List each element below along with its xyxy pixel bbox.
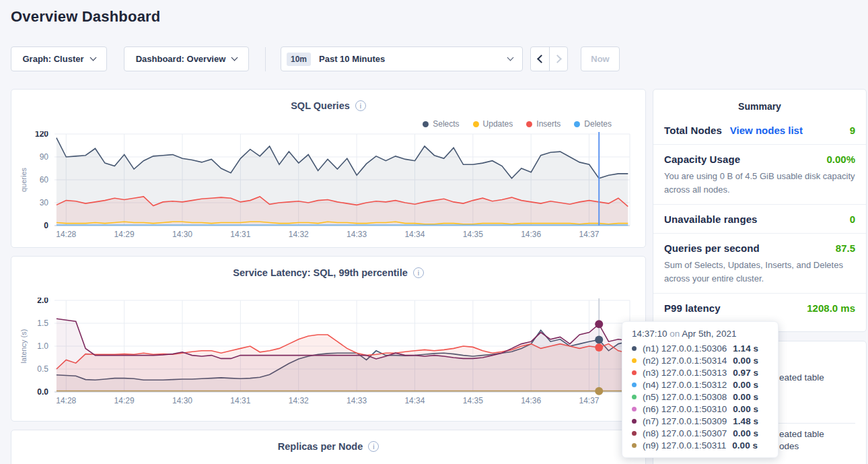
tooltip-node-row: (n8) 127.0.0.1:503070.00 s [632, 427, 768, 439]
service-latency-chart[interactable]: 0.00.51.01.52.014:2814:2914:3014:3114:32… [11, 298, 636, 411]
chart-hover-tooltip: 14:37:10 on Apr 5th, 2021 (n1) 127.0.0.1… [622, 321, 779, 458]
svg-text:14:36: 14:36 [521, 230, 541, 239]
tooltip-timestamp: 14:37:10 on Apr 5th, 2021 [632, 329, 768, 339]
svg-text:1.5: 1.5 [37, 319, 48, 328]
node-address: (n6) 127.0.0.1:50310 [643, 404, 727, 414]
svg-text:latency (s): latency (s) [20, 329, 28, 364]
legend-item-deletes[interactable]: Deletes [574, 119, 612, 129]
page-title: Overview Dashboard [11, 8, 160, 26]
svg-text:0.5: 0.5 [37, 364, 48, 374]
tooltip-node-row: (n9) 127.0.0.1:503110.00 s [632, 439, 768, 451]
tooltip-time: 14:37:10 [632, 329, 667, 339]
now-button-label: Now [591, 54, 609, 64]
p99-latency-label: P99 latency [664, 302, 721, 314]
node-latency-value: 0.00 s [733, 380, 758, 390]
dashboard-dropdown-label: Dashboard: Overview [136, 54, 226, 64]
info-icon[interactable]: i [355, 100, 366, 111]
unavailable-ranges-row: Unavailable ranges 0 [653, 204, 866, 233]
node-latency-value: 0.00 s [733, 428, 758, 438]
node-address: (n7) 127.0.0.1:50309 [643, 416, 727, 426]
tooltip-node-row: (n7) 127.0.0.1:503091.48 s [632, 415, 768, 427]
node-latency-value: 0.97 s [733, 368, 758, 378]
event-text-fragment: eated table [779, 372, 824, 383]
next-time-button[interactable] [549, 47, 567, 71]
unavailable-ranges-label: Unavailable ranges [664, 213, 758, 225]
info-icon[interactable]: i [413, 267, 424, 278]
node-address: (n9) 127.0.0.1:50311 [643, 440, 726, 451]
graph-dropdown[interactable]: Graph: Cluster [11, 46, 107, 71]
time-range-label: Past 10 Minutes [319, 54, 385, 64]
replicas-title-row: Replicas per Node i [11, 441, 645, 452]
chevron-left-icon [537, 55, 546, 63]
legend-dot-icon [473, 121, 479, 127]
legend-dot-icon [423, 121, 429, 127]
summary-title: Summary [653, 90, 866, 116]
previous-time-button[interactable] [531, 47, 549, 71]
time-range-picker[interactable]: 10m Past 10 Minutes [281, 46, 523, 71]
capacity-usage-label: Capacity Usage [664, 154, 740, 165]
chevron-down-icon [89, 55, 96, 61]
chevron-right-icon [553, 55, 562, 63]
svg-text:14:33: 14:33 [347, 396, 367, 405]
capacity-usage-row: Capacity Usage 0.00% You are using 0 B o… [653, 144, 866, 204]
node-latency-value: 0.00 s [733, 404, 758, 414]
svg-text:120: 120 [35, 131, 48, 139]
toolbar-divider [265, 47, 266, 71]
dashboard-dropdown[interactable]: Dashboard: Overview [124, 46, 249, 71]
chevron-down-icon [231, 55, 238, 61]
legend-item-selects[interactable]: Selects [423, 119, 459, 129]
svg-text:0.0: 0.0 [37, 387, 48, 397]
sql-legend: SelectsUpdatesInsertsDeletes [423, 119, 612, 129]
tooltip-node-row: (n4) 127.0.0.1:503120.00 s [632, 378, 768, 391]
queries-per-second-row: Queries per second 87.5 Sum of Selects, … [653, 233, 866, 293]
graph-dropdown-label: Graph: Cluster [22, 54, 83, 64]
legend-item-updates[interactable]: Updates [473, 119, 513, 129]
svg-text:14:30: 14:30 [172, 230, 192, 239]
node-address: (n1) 127.0.0.1:50306 [643, 343, 727, 354]
queries-per-second-label: Queries per second [664, 242, 760, 254]
view-nodes-list-link[interactable]: View nodes list [730, 125, 803, 136]
svg-text:14:28: 14:28 [56, 396, 76, 405]
legend-item-inserts[interactable]: Inserts [526, 119, 560, 129]
svg-text:14:32: 14:32 [289, 396, 309, 405]
service-latency-title: Service Latency: SQL, 99th percentile [233, 267, 408, 278]
node-latency-value: 1.14 s [733, 343, 758, 354]
node-latency-value: 0.00 s [733, 392, 758, 402]
now-button[interactable]: Now [581, 46, 620, 71]
svg-text:30: 30 [40, 198, 49, 207]
legend-label: Updates [483, 119, 513, 129]
node-color-dot-icon [632, 443, 637, 448]
tooltip-date: Apr 5th, 2021 [682, 329, 736, 339]
p99-latency-value: 1208.0 ms [807, 302, 855, 314]
total-nodes-value: 9 [850, 125, 855, 136]
event-text-fragment: eated table [779, 429, 824, 439]
tooltip-node-row: (n3) 127.0.0.1:503130.97 s [632, 366, 768, 378]
legend-label: Selects [433, 119, 459, 129]
node-address: (n3) 127.0.0.1:50313 [643, 368, 727, 378]
node-color-dot-icon [632, 383, 637, 387]
legend-dot-icon [526, 121, 532, 127]
node-color-dot-icon [632, 370, 637, 375]
total-nodes-row: Total Nodes View nodes list 9 [653, 116, 866, 144]
svg-text:14:35: 14:35 [463, 396, 483, 405]
time-range-badge: 10m [287, 53, 311, 66]
tooltip-node-row: (n1) 127.0.0.1:503061.14 s [632, 342, 768, 354]
time-step-buttons [530, 46, 568, 71]
tooltip-rows: (n1) 127.0.0.1:503061.14 s(n2) 127.0.0.1… [632, 342, 768, 451]
svg-text:0: 0 [44, 221, 48, 230]
svg-text:14:33: 14:33 [347, 230, 367, 239]
svg-text:90: 90 [40, 152, 49, 162]
node-color-dot-icon [632, 395, 637, 399]
node-address: (n2) 127.0.0.1:50314 [643, 356, 727, 366]
svg-text:1.0: 1.0 [37, 341, 48, 351]
service-latency-card: Service Latency: SQL, 99th percentile i … [11, 256, 646, 422]
node-color-dot-icon [632, 358, 637, 363]
legend-label: Inserts [536, 119, 560, 129]
svg-text:14:28: 14:28 [56, 230, 76, 239]
sql-queries-chart[interactable]: 030609012014:2814:2914:3014:3114:3214:33… [11, 131, 636, 244]
node-address: (n4) 127.0.0.1:50312 [643, 380, 727, 390]
queries-per-second-value: 87.5 [836, 242, 855, 254]
event-text-fragment: odes [779, 441, 799, 451]
info-icon[interactable]: i [368, 441, 379, 452]
p99-latency-row: P99 latency 1208.0 ms [653, 293, 866, 322]
